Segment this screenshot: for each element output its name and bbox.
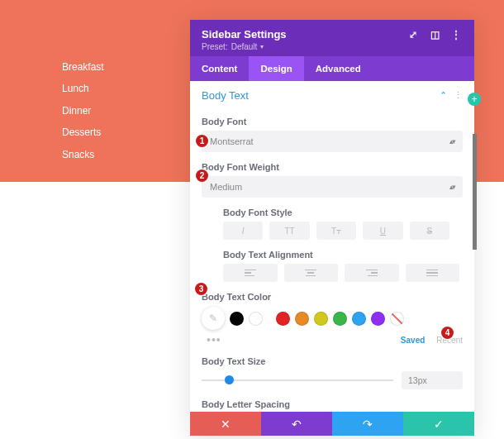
add-button[interactable]: + [468,93,481,106]
weight-select[interactable]: Medium ▴▾ [202,176,463,198]
italic-button[interactable]: I [223,222,263,240]
align-label: Body Text Alignment [223,250,463,260]
swatch-none[interactable] [390,312,404,326]
marker-1: 1 [196,135,208,147]
tab-content[interactable]: Content [190,56,249,81]
weight-label: Body Font Weight [202,162,463,172]
weight-value: Medium [210,182,242,192]
marker-3: 3 [195,283,207,295]
marker-2: 2 [196,169,208,182]
saved-colors-tab[interactable]: Saved [401,336,425,345]
swatch[interactable] [352,312,366,326]
page-sidebar-menu: Breakfast Lunch Dinner Desserts Snacks [62,56,104,165]
section-header[interactable]: Body Text ⌃ ⋮ [190,81,474,107]
preset-value[interactable]: Default [231,42,258,51]
size-slider[interactable] [202,373,393,388]
chevron-down-icon[interactable]: ▾ [260,43,264,50]
settings-panel: Sidebar Settings ⤢ ◫ ⋮ Preset: Default ▾… [190,20,474,436]
cancel-button[interactable]: ✕ [190,412,261,436]
font-label: Body Font [202,117,463,126]
tab-design[interactable]: Design [249,56,303,81]
swatch[interactable] [314,312,328,326]
expand-icon[interactable]: ⤢ [407,29,420,41]
updown-icon: ▴▾ [449,137,454,146]
menu-item[interactable]: Breakfast [62,56,104,78]
panel-title: Sidebar Settings [202,28,287,41]
align-right-button[interactable] [345,264,399,282]
swatch[interactable] [333,312,347,326]
align-justify-button[interactable] [406,264,460,282]
scrollbar[interactable] [473,134,477,250]
size-input[interactable]: 13px [402,371,463,389]
underline-button[interactable]: U [363,222,402,240]
section-title: Body Text [202,89,249,102]
redo-button[interactable]: ↷ [332,412,403,436]
swatch[interactable] [230,312,244,326]
swatch[interactable] [371,312,385,326]
align-center-button[interactable] [284,264,339,282]
marker-4: 4 [441,327,454,339]
font-value: Montserrat [210,136,254,146]
swatch[interactable] [295,312,309,326]
menu-item[interactable]: Snacks [62,144,104,165]
section-menu-icon[interactable]: ⋮ [454,90,463,101]
uppercase-button[interactable]: TT [269,222,309,240]
size-label: Body Text Size [202,356,463,366]
panel-header: Sidebar Settings ⤢ ◫ ⋮ Preset: Default ▾ [190,20,474,56]
style-label: Body Font Style [223,208,463,217]
letter-label: Body Letter Spacing [202,399,463,409]
menu-item[interactable]: Dinner [62,100,104,122]
more-colors-icon[interactable]: ••• [207,333,221,346]
preset-label: Preset: [202,42,228,51]
settings-scroll: Body Font Montserrat ▴▾ Body Font Weight… [190,107,474,436]
kebab-icon[interactable]: ⋮ [449,29,463,41]
undo-button[interactable]: ↶ [261,412,332,436]
font-select[interactable]: Montserrat ▴▾ [202,131,463,152]
strike-button[interactable]: S [410,222,449,240]
menu-item[interactable]: Desserts [62,122,104,143]
snap-icon[interactable]: ◫ [428,29,441,41]
save-button[interactable]: ✓ [403,412,474,436]
updown-icon: ▴▾ [449,183,454,191]
bottom-bar: ✕ ↶ ↷ ✓ [190,412,474,436]
color-label: Body Text Color [202,292,463,302]
swatch[interactable] [249,312,263,326]
swatch[interactable] [276,312,290,326]
tabs: Content Design Advanced [190,56,474,81]
smallcaps-button[interactable]: Tᴛ [316,222,356,240]
collapse-icon[interactable]: ⌃ [440,90,447,101]
menu-item[interactable]: Lunch [62,78,104,99]
eyedropper-icon[interactable]: ✎ [202,307,225,330]
tab-advanced[interactable]: Advanced [304,56,373,81]
align-left-button[interactable] [223,264,278,282]
